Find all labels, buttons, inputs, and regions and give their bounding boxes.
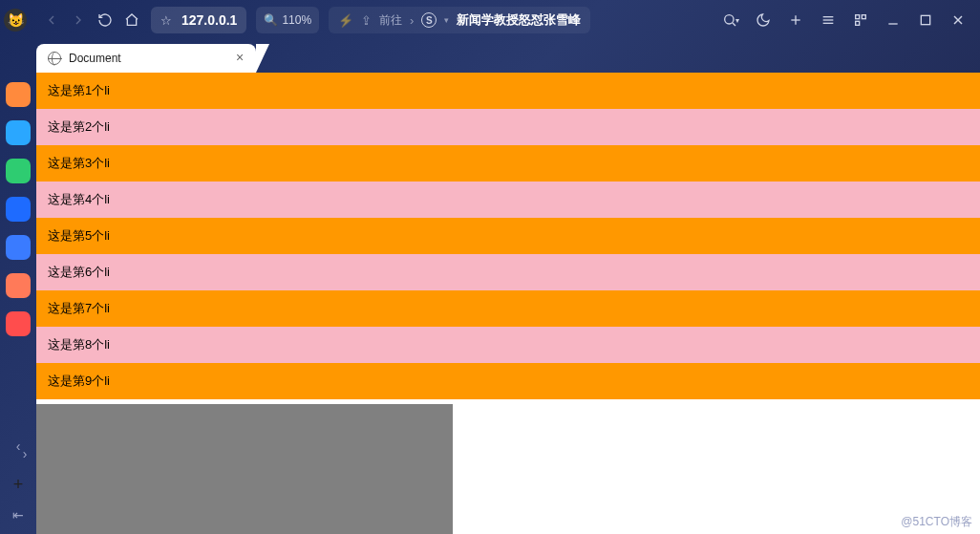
svg-rect-7 — [856, 15, 860, 19]
flash-icon: ⚡ — [338, 13, 353, 28]
window-controls: ▾ — [720, 10, 974, 31]
url-text: 127.0.0.1 — [181, 12, 237, 28]
dock-app-4[interactable] — [6, 235, 31, 260]
reload-button[interactable] — [94, 9, 117, 32]
sogou-icon: S — [421, 12, 437, 28]
list-item: 这是第1个li — [36, 73, 980, 109]
dock-collapse-button[interactable]: ⇤ — [9, 505, 28, 524]
zoom-value: 110% — [282, 13, 311, 27]
chevron-right-icon: › — [410, 13, 414, 28]
browser-toolbar: 😺 ☆ 127.0.0.1 🔍 110% ⚡ ⇪ 前往 › S ▾ 新闻学教授怒… — [0, 0, 980, 40]
dock-nav-right[interactable]: › — [15, 444, 34, 463]
zoom-indicator[interactable]: 🔍 110% — [256, 7, 319, 33]
tab-close-button[interactable]: × — [233, 51, 246, 64]
dock-app-1[interactable] — [6, 120, 31, 145]
address-bar[interactable]: ☆ 127.0.0.1 — [151, 7, 246, 33]
profile-avatar[interactable]: 😺 — [4, 9, 27, 32]
gray-box — [36, 404, 453, 534]
svg-rect-8 — [862, 15, 865, 19]
page-content: 这是第1个li这是第2个li这是第3个li这是第4个li这是第5个li这是第6个… — [36, 73, 980, 534]
globe-icon — [48, 52, 61, 65]
list-item: 这是第8个li — [36, 327, 980, 363]
goto-label: 前往 — [379, 12, 402, 29]
dropdown-icon[interactable]: ▾ — [444, 15, 449, 25]
close-window-button[interactable] — [948, 10, 969, 31]
striped-list: 这是第1个li这是第2个li这是第3个li这是第4个li这是第5个li这是第6个… — [36, 73, 980, 399]
list-item: 这是第9个li — [36, 363, 980, 399]
watermark-text: @51CTO博客 — [901, 514, 972, 530]
side-dock: ‹ › + ⇤ — [0, 40, 36, 534]
minimize-button[interactable] — [883, 10, 904, 31]
star-icon[interactable]: ☆ — [160, 13, 172, 28]
tab-document[interactable]: Document × — [36, 44, 256, 73]
list-item: 这是第4个li — [36, 182, 980, 218]
dock-app-2[interactable] — [6, 159, 31, 183]
search-button[interactable]: ▾ — [720, 10, 741, 31]
new-tab-button[interactable] — [785, 10, 806, 31]
svg-rect-11 — [921, 15, 929, 24]
zoom-icon: 🔍 — [264, 13, 278, 27]
news-headline: 新闻学教授怒怼张雪峰 — [457, 11, 581, 29]
list-item: 这是第6个li — [36, 254, 980, 290]
tab-title: Document — [69, 52, 121, 65]
maximize-button[interactable] — [915, 10, 936, 31]
back-button[interactable] — [40, 9, 63, 32]
dock-app-6[interactable] — [6, 311, 31, 336]
menu-button[interactable] — [818, 10, 839, 31]
share-icon: ⇪ — [361, 13, 372, 28]
svg-rect-9 — [856, 21, 860, 25]
tab-strip: Document × — [36, 40, 980, 73]
list-item: 这是第7个li — [36, 290, 980, 327]
news-box[interactable]: ⚡ ⇪ 前往 › S ▾ 新闻学教授怒怼张雪峰 — [329, 7, 590, 33]
list-item: 这是第2个li — [36, 109, 980, 145]
dock-add-button[interactable]: + — [9, 475, 28, 494]
dock-app-0[interactable] — [6, 82, 31, 107]
night-mode-button[interactable] — [753, 10, 774, 31]
dock-app-5[interactable] — [6, 273, 31, 298]
list-item: 这是第5个li — [36, 218, 980, 254]
list-item: 这是第3个li — [36, 145, 980, 182]
svg-point-0 — [725, 15, 734, 24]
home-button[interactable] — [120, 9, 143, 32]
extensions-button[interactable] — [850, 10, 871, 31]
dock-app-3[interactable] — [6, 197, 31, 222]
forward-button[interactable] — [67, 9, 90, 32]
